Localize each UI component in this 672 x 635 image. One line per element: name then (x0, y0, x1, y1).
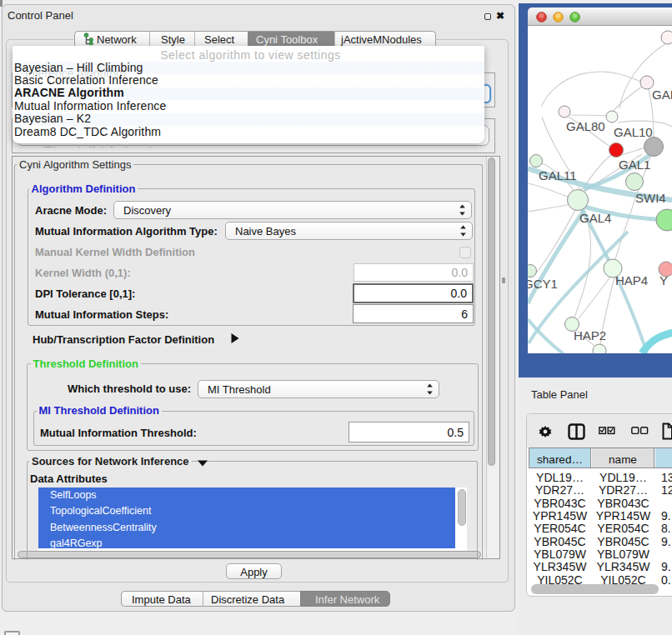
svg-text:GAL4: GAL4 (579, 211, 611, 225)
svg-text:Y: Y (659, 273, 668, 288)
svg-text:GCY1: GCY1 (528, 277, 558, 291)
svg-text:GAL80: GAL80 (566, 119, 605, 133)
svg-text:GAL1: GAL1 (619, 158, 650, 172)
svg-text:GAL11: GAL11 (539, 168, 577, 182)
svg-text:HAP2: HAP2 (574, 328, 606, 342)
svg-text:GAL: GAL (652, 88, 672, 102)
svg-text:GAL10: GAL10 (614, 125, 653, 139)
svg-text:HAP4: HAP4 (615, 273, 648, 288)
svg-text:SWI4: SWI4 (635, 191, 666, 205)
